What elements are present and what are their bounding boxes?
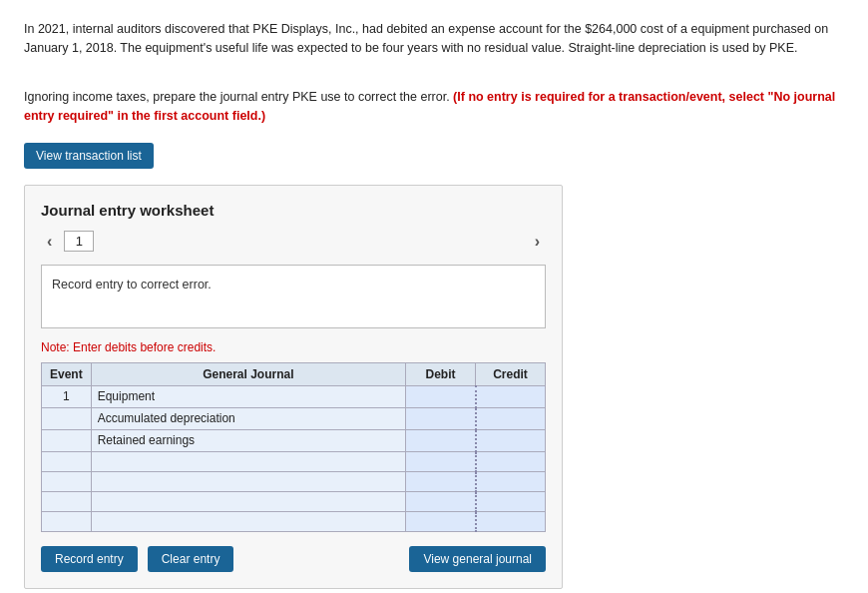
table-row-journal-3[interactable] <box>91 451 405 471</box>
nav-next-button[interactable]: › <box>529 231 546 253</box>
table-row-event-2 <box>42 429 92 451</box>
table-row-journal-2[interactable]: Retained earnings <box>91 429 405 451</box>
table-row-debit-5[interactable] <box>406 491 476 511</box>
table-row-event-5 <box>42 491 92 511</box>
table-row-debit-1[interactable] <box>406 407 476 429</box>
table-row-credit-3[interactable] <box>476 451 546 471</box>
header-credit: Credit <box>476 362 546 385</box>
worksheet-title: Journal entry worksheet <box>41 202 546 219</box>
table-row-credit-5[interactable] <box>476 491 546 511</box>
table-row-journal-1[interactable]: Accumulated depreciation <box>91 407 405 429</box>
table-row-journal-6[interactable] <box>91 511 405 531</box>
header-event: Event <box>42 362 92 385</box>
table-row-credit-6[interactable] <box>476 511 546 531</box>
table-row-event-4 <box>42 471 92 491</box>
table-row-event-1 <box>42 407 92 429</box>
table-row-debit-3[interactable] <box>406 451 476 471</box>
nav-row: ‹ 1 › <box>41 231 546 253</box>
table-row-debit-0[interactable] <box>406 385 476 407</box>
record-description-box: Record entry to correct error. <box>41 265 546 328</box>
header-debit: Debit <box>406 362 476 385</box>
nav-prev-button[interactable]: ‹ <box>41 231 58 253</box>
note-text: Note: Enter debits before credits. <box>41 340 546 354</box>
header-general-journal: General Journal <box>91 362 405 385</box>
view-general-journal-button[interactable]: View general journal <box>409 546 546 572</box>
action-buttons-row: Record entry Clear entry View general jo… <box>41 546 546 572</box>
table-row-credit-4[interactable] <box>476 471 546 491</box>
table-row-event-3 <box>42 451 92 471</box>
journal-entry-worksheet: Journal entry worksheet ‹ 1 › Record ent… <box>24 185 563 589</box>
table-row-journal-4[interactable] <box>91 471 405 491</box>
table-row-debit-6[interactable] <box>406 511 476 531</box>
record-description-text: Record entry to correct error. <box>52 278 212 292</box>
table-row-event-0: 1 <box>42 385 92 407</box>
table-row-credit-2[interactable] <box>476 429 546 451</box>
view-transaction-button[interactable]: View transaction list <box>24 143 154 169</box>
journal-table: Event General Journal Debit Credit 1Equi… <box>41 362 546 532</box>
table-row-credit-0[interactable] <box>476 385 546 407</box>
table-row-event-6 <box>42 511 92 531</box>
clear-entry-button[interactable]: Clear entry <box>148 546 234 572</box>
record-entry-button[interactable]: Record entry <box>41 546 138 572</box>
intro-paragraph: In 2021, internal auditors discovered th… <box>24 20 842 59</box>
table-row-debit-2[interactable] <box>406 429 476 451</box>
instruction-start: Ignoring income taxes, prepare the journ… <box>24 90 450 104</box>
nav-number: 1 <box>64 231 94 252</box>
table-row-journal-0[interactable]: Equipment <box>91 385 405 407</box>
table-row-credit-1[interactable] <box>476 407 546 429</box>
table-row-debit-4[interactable] <box>406 471 476 491</box>
table-row-journal-5[interactable] <box>91 491 405 511</box>
instruction-paragraph: Ignoring income taxes, prepare the journ… <box>24 88 842 127</box>
